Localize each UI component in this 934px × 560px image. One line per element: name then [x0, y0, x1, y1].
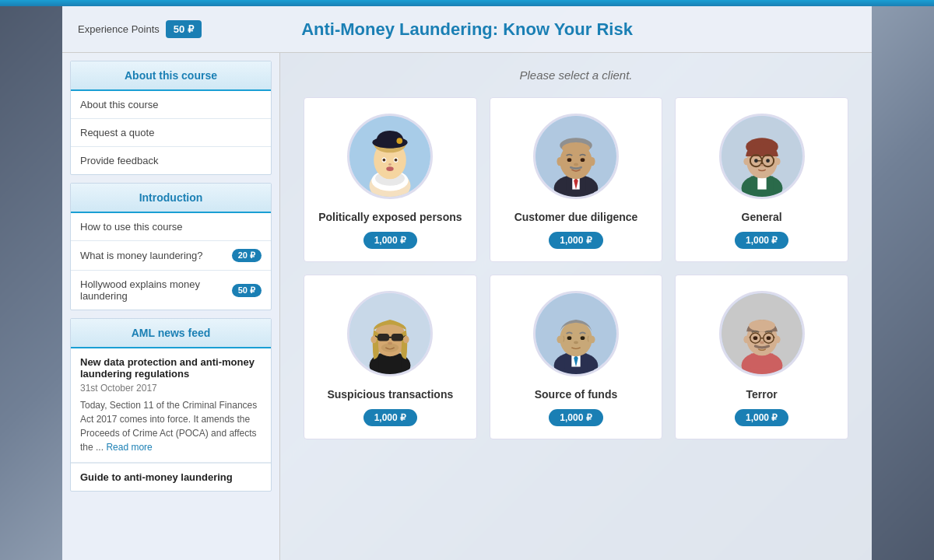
hollywood-points: 50 ₽ [232, 284, 262, 297]
svg-point-60 [403, 336, 409, 343]
svg-point-23 [562, 142, 590, 154]
client-name-pep: Politically exposed persons [318, 210, 462, 224]
svg-point-24 [557, 157, 563, 166]
svg-point-88 [760, 341, 764, 345]
sidebar-item-feedback[interactable]: Provide feedback [71, 147, 271, 174]
read-more-link[interactable]: Read more [106, 442, 152, 453]
svg-point-58 [388, 342, 392, 345]
client-points-source: 1,000 ₽ [549, 409, 602, 426]
svg-point-46 [774, 158, 781, 165]
svg-point-8 [397, 138, 403, 144]
news-item: New data protection and anti-money laund… [71, 348, 271, 463]
sidebar-item-about-course[interactable]: About this course [71, 91, 271, 119]
avatar-general [719, 114, 805, 199]
client-points-pep: 1,000 ₽ [363, 232, 417, 249]
sidebar-section-news-header: AML news feed [71, 319, 271, 348]
news-title: New data protection and anti-money laund… [80, 356, 262, 380]
svg-point-78 [749, 320, 775, 331]
client-card-terror[interactable]: Terror 1,000 ₽ [675, 275, 848, 439]
exp-badge: 50 ₽ [166, 20, 202, 38]
client-grid: Politically exposed persons 1,000 ₽ [304, 97, 848, 439]
sidebar-item-how-to[interactable]: How to use this course [71, 213, 271, 241]
client-points-suspicious: 1,000 ₽ [363, 409, 417, 426]
sidebar-item-request-quote[interactable]: Request a quote [71, 119, 271, 147]
svg-point-14 [388, 163, 392, 166]
client-points-general: 1,000 ₽ [735, 232, 788, 249]
svg-line-87 [774, 337, 774, 338]
news-date: 31st October 2017 [80, 383, 157, 394]
sidebar-section-about-header: About this course [71, 61, 271, 91]
main-content: Please select a client. [280, 53, 872, 560]
sidebar-item-what-is-ml[interactable]: What is money laundering? 20 ₽ [71, 241, 271, 271]
client-points-cdd: 1,000 ₽ [549, 232, 602, 249]
svg-point-42 [754, 159, 758, 163]
svg-point-45 [743, 158, 750, 165]
svg-point-43 [766, 159, 770, 163]
client-card-general[interactable]: General 1,000 ₽ [675, 97, 848, 262]
content-area: About this course About this course Requ… [62, 53, 872, 560]
sidebar-section-intro: Introduction How to use this course What… [70, 183, 272, 310]
svg-point-80 [774, 336, 781, 343]
svg-point-68 [557, 336, 563, 343]
svg-point-59 [371, 336, 377, 343]
svg-rect-75 [750, 354, 772, 369]
page-title: Anti-Money Laundering: Know Your Risk [301, 19, 633, 40]
svg-point-28 [574, 163, 578, 166]
svg-point-26 [567, 158, 572, 162]
svg-point-67 [560, 321, 592, 356]
client-name-cdd: Customer due diligence [514, 210, 638, 224]
client-name-suspicious: Suspicious transactions [327, 387, 453, 401]
svg-point-11 [383, 159, 386, 162]
sidebar: About this course About this course Requ… [62, 53, 280, 560]
client-name-terror: Terror [746, 387, 778, 401]
svg-point-69 [589, 336, 595, 343]
top-bar [0, 0, 934, 6]
exp-label: Experience Points [78, 23, 160, 35]
svg-point-27 [581, 158, 585, 162]
svg-rect-53 [392, 334, 403, 341]
avatar-pep [347, 114, 433, 199]
avatar-terror [719, 291, 805, 376]
main-wrapper: Experience Points 50 ₽ Anti-Money Launde… [62, 6, 872, 560]
svg-point-13 [387, 166, 394, 171]
avatar-suspicious [347, 291, 433, 376]
sidebar-section-intro-header: Introduction [71, 184, 271, 213]
client-name-general: General [742, 210, 782, 224]
what-is-ml-points: 20 ₽ [232, 249, 262, 262]
news-text: Today, Section 11 of the Criminal Financ… [80, 398, 262, 454]
sidebar-section-news: AML news feed New data protection and an… [70, 318, 272, 492]
client-name-source: Source of funds [535, 387, 618, 401]
svg-point-82 [766, 336, 771, 340]
client-card-cdd[interactable]: Customer due diligence 1,000 ₽ [490, 97, 663, 262]
svg-point-44 [760, 164, 764, 166]
avatar-source [533, 291, 619, 376]
experience-points-container: Experience Points 50 ₽ [78, 20, 202, 38]
svg-point-79 [743, 336, 750, 343]
svg-point-12 [395, 159, 398, 162]
client-card-pep[interactable]: Politically exposed persons 1,000 ₽ [304, 97, 477, 262]
header: Experience Points 50 ₽ Anti-Money Launde… [62, 6, 872, 53]
svg-rect-52 [377, 334, 389, 341]
avatar-cdd [533, 114, 619, 199]
select-prompt: Please select a client. [304, 68, 848, 82]
svg-point-72 [574, 341, 578, 345]
svg-line-86 [750, 337, 750, 338]
svg-point-81 [753, 336, 757, 340]
client-card-source[interactable]: Source of funds 1,000 ₽ [490, 275, 663, 439]
svg-point-70 [567, 336, 572, 340]
sidebar-item-hollywood[interactable]: Hollywood explains money laundering 50 ₽ [71, 271, 271, 310]
svg-point-25 [589, 157, 595, 166]
guide-title[interactable]: Guide to anti-money laundering [71, 463, 271, 491]
client-card-suspicious[interactable]: Suspicious transactions 1,000 ₽ [304, 275, 477, 439]
client-points-terror: 1,000 ₽ [735, 409, 788, 426]
sidebar-section-about: About this course About this course Requ… [70, 61, 272, 175]
svg-point-71 [581, 336, 585, 340]
